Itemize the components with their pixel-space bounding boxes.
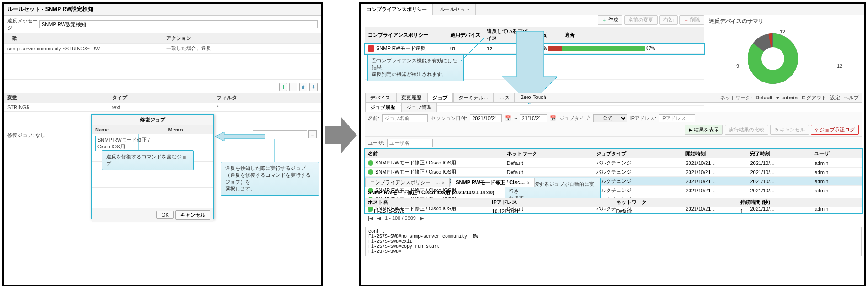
svg-marker-2 xyxy=(215,132,265,141)
delete-row-button[interactable] xyxy=(289,83,297,91)
enable-button[interactable]: 有効 xyxy=(659,15,678,25)
help-link[interactable]: ヘルプ xyxy=(844,94,859,101)
jobtype-select[interactable]: ―全て― xyxy=(593,114,627,122)
fix-job-label: 修復ジョブ: xyxy=(7,132,34,138)
add-row-button[interactable] xyxy=(279,83,287,91)
chart-label-2: 12 xyxy=(837,63,842,69)
fix-job-browse-button[interactable]: … xyxy=(308,130,317,138)
approve-log-button[interactable]: ⦸ジョブ承認ログ xyxy=(811,125,859,135)
ip-label: IPアドレス: xyxy=(630,115,656,122)
delete-button[interactable]: －削除 xyxy=(679,15,704,25)
col-user: ユーザ xyxy=(812,149,862,158)
svg-point-5 xyxy=(761,47,784,70)
match-row[interactable]: snmp-server community ~STRING$~ RW 一致した場… xyxy=(4,44,321,54)
chevron-down-icon[interactable]: ▾ xyxy=(776,95,779,101)
tab-device[interactable]: デバイス xyxy=(365,93,395,102)
network-label: ネットワーク: xyxy=(720,94,752,101)
violation-msg-input[interactable] xyxy=(39,20,318,28)
col-var: 変数 xyxy=(4,93,108,103)
type-cell: text xyxy=(108,103,213,112)
calendar-icon[interactable]: 📅 xyxy=(505,115,511,121)
var-row[interactable]: STRING$ text * xyxy=(4,103,321,112)
right-panel: コンプライアンスポリシー ルールセット ＋作成 名前の変更 有効 －削除 違反デ… xyxy=(359,2,866,286)
job-row[interactable]: SNMP RWモード修正 / Cisco IOS用Defaultバルクチェンジ2… xyxy=(365,168,862,177)
ok-button[interactable]: OK xyxy=(156,211,174,219)
left-arrow-icon xyxy=(215,131,265,142)
rename-button[interactable]: 名前の変更 xyxy=(624,15,658,25)
col-compliant: 適合 xyxy=(562,27,704,44)
up-row-button[interactable] xyxy=(299,83,307,91)
detail-row[interactable]: ✔Fl-2S7S-SW8 10.128.0.91 Default 1 xyxy=(365,207,862,215)
dialog-row-name: SNMP RWモード修正 / Cisco IOS用 xyxy=(95,136,161,151)
match-table: 一致 アクション snmp-server community ~STRING$~… xyxy=(4,33,321,88)
tab-change-history[interactable]: 変更履歴 xyxy=(396,93,426,102)
subtab-job-history[interactable]: ジョブ履歴 xyxy=(365,103,400,112)
network-value[interactable]: Default xyxy=(755,95,772,100)
tab-ruleset[interactable]: ルールセット xyxy=(434,4,476,15)
summary-title: 違反デバイスのサマリ xyxy=(709,17,860,25)
callout2-l1: 違反を検知した際に実行するジョブ xyxy=(225,165,315,172)
close-icon[interactable]: × xyxy=(442,180,445,185)
subtab-job-manage[interactable]: ジョブ管理 xyxy=(401,103,437,112)
top-tabbar: コンプライアンスポリシー ルールセット xyxy=(361,4,864,15)
callout-select-job: 違反を検知した際に実行するジョブ （違反を修復するコマンドを実行するジョブ）を … xyxy=(221,162,319,196)
cancel-job-button[interactable]: ⊘キャンセル xyxy=(770,125,809,135)
ruleset-title: ルールセット - SNMP RW設定検知 xyxy=(4,4,321,16)
date-from-input[interactable] xyxy=(470,114,502,122)
summary-chart: 12 12 9 xyxy=(709,27,860,91)
logout-link[interactable]: ログアウト xyxy=(801,94,826,101)
settings-link[interactable]: 設定 xyxy=(830,94,840,101)
svg-line-8 xyxy=(498,165,512,179)
var-cell: STRING$ xyxy=(4,103,108,112)
net-cell: Default xyxy=(614,207,738,215)
user-input[interactable] xyxy=(387,139,433,147)
left-panel: ルールセット - SNMP RW設定検知 違反メッセージ: 一致 アクション s… xyxy=(2,2,323,286)
compare-button[interactable]: 実行結果の比較 xyxy=(725,125,768,135)
calendar-icon-2[interactable]: 📅 xyxy=(550,115,556,121)
col-ip: IPアドレス xyxy=(489,198,613,207)
minus-icon: － xyxy=(684,16,689,23)
create-button[interactable]: ＋作成 xyxy=(598,15,622,25)
callout-repair-job: 違反を修復するコマンドを含むジョブ xyxy=(102,150,194,170)
filter-bar: 名前: セッション日付: 📅 ~ 📅 ジョブタイプ: ―全て― IPアドレス: … xyxy=(365,112,862,137)
ok-pct: 87% xyxy=(646,46,655,51)
callout2-l3: 選択します。 xyxy=(225,185,315,192)
callout-compliance-result: ①コンプライアンス機能を有効にした結果、 違反判定の機器が検出されます。 xyxy=(367,54,464,81)
filter-bar-2: ユーザ: xyxy=(365,137,862,149)
tab-terminal[interactable]: ターミナル… xyxy=(453,93,494,102)
detail-title: SNMP RWモード修正 / Cisco IOS用 (2021/10/21 14… xyxy=(365,187,862,198)
close-icon[interactable]: × xyxy=(527,180,529,185)
callout-r2-connector xyxy=(498,165,512,179)
col-network: ネットワーク xyxy=(504,149,593,158)
check-icon xyxy=(368,160,373,166)
tab-unknown[interactable]: …ス xyxy=(495,93,515,102)
tab-compliance-policy[interactable]: コンプライアンスポリシー xyxy=(361,4,433,15)
flow-arrow-icon xyxy=(325,117,357,154)
ip-cell: 10.128.0.91 xyxy=(489,207,613,215)
show-results-button[interactable]: ▶結果を表示 xyxy=(685,125,723,135)
job-row[interactable]: SNMP RWモード修正 / Cisco IOS用Defaultバルクチェンジ2… xyxy=(365,158,862,168)
chart-label-1: 12 xyxy=(780,29,785,34)
name-input[interactable] xyxy=(382,114,428,122)
cancel-button[interactable]: キャンセル xyxy=(175,210,210,220)
shield-icon xyxy=(368,45,374,52)
ip-input[interactable] xyxy=(659,114,695,122)
callout1-connector xyxy=(134,134,143,150)
col-name: Name xyxy=(92,125,165,134)
violation-msg-label: 違反メッセージ: xyxy=(7,17,39,31)
detail-tab-job[interactable]: SNMP RWモード修正 / Cisc…× xyxy=(451,178,535,187)
tab-job[interactable]: ジョブ xyxy=(427,93,453,102)
plus-icon: ＋ xyxy=(602,16,607,23)
detail-tab-policy[interactable]: コンプライアンスポリシー - …× xyxy=(365,178,450,187)
down-row-button[interactable] xyxy=(309,83,318,91)
bar-compliant xyxy=(562,46,645,51)
name-label: 名前: xyxy=(368,115,379,122)
tab-zerotouch[interactable]: Zero-Touch xyxy=(516,93,551,102)
col-filter: フィルタ xyxy=(213,93,321,103)
check-icon: ✔ xyxy=(368,208,372,213)
console-output: conf t Fl-2S7S-SW8#no snmp-server commun… xyxy=(365,227,862,256)
session-label: セッション日付: xyxy=(431,115,467,122)
date-to-input[interactable] xyxy=(520,114,547,122)
detail-table: ホスト名 IPアドレス ネットワーク 持続時間 (秒) ✔Fl-2S7S-SW8… xyxy=(365,198,862,223)
col-jobtype: ジョブタイプ xyxy=(593,149,683,158)
